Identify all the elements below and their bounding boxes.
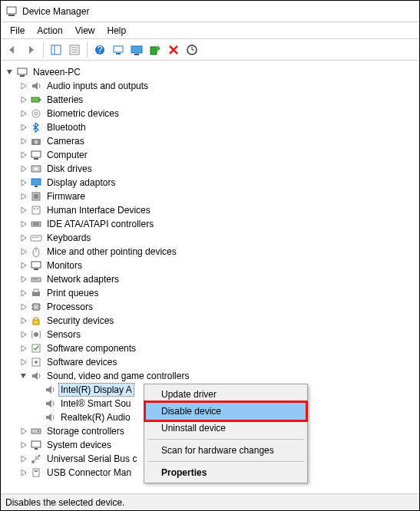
tree-category[interactable]: Human Interface Devices <box>2 203 418 217</box>
category-label: Software devices <box>45 356 118 368</box>
tree-category[interactable]: Software devices <box>2 355 418 369</box>
tree-category[interactable]: Print queues <box>2 286 418 300</box>
context-menu-item[interactable]: Properties <box>146 464 306 481</box>
svg-point-48 <box>35 279 37 280</box>
battery-icon <box>30 94 42 106</box>
menu-help[interactable]: Help <box>101 24 133 38</box>
expander-icon[interactable] <box>19 137 28 146</box>
expander-icon[interactable] <box>19 219 28 229</box>
expander-icon[interactable] <box>19 440 28 450</box>
expander-icon[interactable] <box>19 330 28 339</box>
expander-icon[interactable] <box>19 81 28 91</box>
expander-icon[interactable] <box>19 164 28 173</box>
titlebar: Device Manager <box>1 1 419 22</box>
tree-category[interactable]: Monitors <box>2 259 418 272</box>
tree-category[interactable]: Security devices <box>2 314 418 328</box>
expander-icon[interactable] <box>19 316 28 325</box>
expander-icon[interactable] <box>19 358 28 367</box>
tree-category[interactable]: Disk drives <box>2 162 418 176</box>
forward-button[interactable] <box>22 41 39 58</box>
sensor-icon <box>30 328 42 341</box>
tree-category[interactable]: Mice and other pointing devices <box>2 245 418 259</box>
svg-rect-38 <box>31 236 41 241</box>
context-menu-item[interactable]: Disable device <box>144 401 308 422</box>
svg-rect-19 <box>39 99 41 101</box>
expander-icon[interactable] <box>19 454 28 463</box>
svg-rect-61 <box>31 429 41 434</box>
disable-device-button[interactable] <box>165 41 182 58</box>
tree-category[interactable]: Software components <box>2 341 418 355</box>
expander-icon[interactable] <box>19 206 28 215</box>
expander-icon[interactable] <box>19 261 28 270</box>
tree-root[interactable]: Naveen-PC <box>2 65 418 79</box>
tree-category[interactable]: Display adaptors <box>2 176 418 190</box>
category-label: USB Connector Man <box>45 466 133 479</box>
tree-category[interactable]: Sound, video and game controllers <box>2 369 418 383</box>
expander-icon[interactable] <box>19 95 28 104</box>
expander-icon[interactable] <box>19 302 28 312</box>
tree-category[interactable]: IDE ATA/ATAPI controllers <box>2 217 418 231</box>
statusbar: Disables the selected device. <box>1 493 419 510</box>
expander-icon[interactable] <box>19 468 28 477</box>
tree-category[interactable]: Audio inputs and outputs <box>2 79 418 93</box>
category-label: Keyboards <box>45 232 92 244</box>
help-button[interactable]: ? <box>91 41 108 58</box>
tree-category[interactable]: Bluetooth <box>2 120 418 134</box>
expander-icon[interactable] <box>19 247 28 256</box>
expander-icon[interactable] <box>19 178 28 187</box>
biometric-icon <box>30 107 42 120</box>
svg-point-23 <box>35 140 38 144</box>
svg-rect-12 <box>131 46 142 53</box>
monitor-button[interactable] <box>128 41 145 58</box>
svg-rect-40 <box>35 237 36 238</box>
expander-icon[interactable] <box>19 288 28 298</box>
expander-icon[interactable] <box>19 150 28 160</box>
scan-hardware-button[interactable] <box>184 41 200 58</box>
svg-rect-45 <box>34 269 38 270</box>
tree-category[interactable]: Computer <box>2 148 418 162</box>
expander-icon[interactable] <box>19 427 28 436</box>
expander-icon[interactable] <box>5 68 15 77</box>
expander-icon[interactable] <box>19 275 28 284</box>
enable-device-button[interactable] <box>147 41 164 58</box>
svg-rect-31 <box>34 194 38 199</box>
back-button[interactable] <box>4 41 21 58</box>
display-icon <box>30 176 42 189</box>
svg-rect-11 <box>116 53 121 54</box>
expander-icon[interactable] <box>19 371 28 381</box>
computer-icon <box>16 66 28 78</box>
svg-point-34 <box>37 208 38 209</box>
tree-category[interactable]: Network adapters <box>2 272 418 286</box>
root-label: Naveen-PC <box>31 66 82 78</box>
category-label: Storage controllers <box>45 425 126 437</box>
menu-file[interactable]: File <box>4 24 31 38</box>
expander-icon[interactable] <box>19 109 28 118</box>
expander-icon[interactable] <box>19 192 28 201</box>
tree-category[interactable]: Batteries <box>2 93 418 107</box>
tree-category[interactable]: Cameras <box>2 134 418 148</box>
category-label: Print queues <box>45 287 100 299</box>
context-menu-item[interactable]: Scan for hardware changes <box>146 442 306 459</box>
device-label: Realtek(R) Audio <box>59 411 132 424</box>
print-icon <box>30 287 42 299</box>
category-label: Sound, video and game controllers <box>45 370 190 382</box>
svg-point-57 <box>34 332 38 337</box>
category-label: Display adaptors <box>45 176 117 189</box>
menu-action[interactable]: Action <box>31 24 68 38</box>
tree-category[interactable]: Keyboards <box>2 231 418 245</box>
show-hide-tree-button[interactable] <box>48 41 64 58</box>
update-driver-button[interactable] <box>110 41 127 58</box>
expander-icon[interactable] <box>19 123 28 132</box>
category-label: Disk drives <box>45 163 94 175</box>
context-menu-item[interactable]: Uninstall device <box>146 420 306 437</box>
tree-category[interactable]: Firmware <box>2 190 418 203</box>
expander-icon[interactable] <box>19 233 28 242</box>
tree-category[interactable]: Biometric devices <box>2 107 418 120</box>
tree-category[interactable]: Sensors <box>2 328 418 341</box>
menu-view[interactable]: View <box>69 24 101 38</box>
properties-button[interactable] <box>66 41 83 58</box>
category-label: Biometric devices <box>45 107 121 120</box>
expander-icon[interactable] <box>19 344 28 353</box>
tree-category[interactable]: Processors <box>2 300 418 314</box>
audio-icon <box>30 80 42 92</box>
